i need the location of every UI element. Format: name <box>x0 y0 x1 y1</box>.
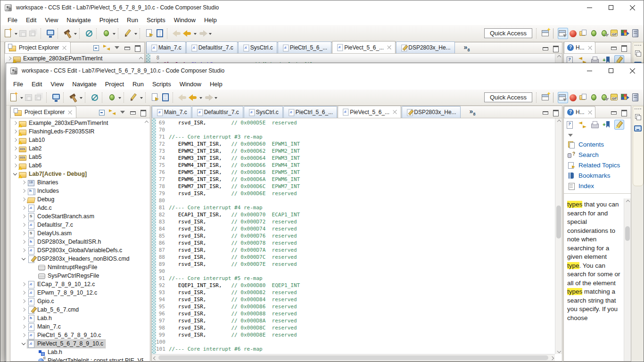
open-declaration-button[interactable] <box>151 92 160 103</box>
expand-arrow-icon[interactable] <box>22 189 25 193</box>
menu-item[interactable]: Scripts <box>148 81 175 88</box>
editor-horizontal-scrollbar[interactable] <box>152 354 555 361</box>
tree-item[interactable]: Adc.c <box>10 204 143 212</box>
title-bar[interactable]: workspace - CCS Edit - Lab7/PieVect_5_6_… <box>6 63 644 78</box>
tree-scroll-up-icon[interactable] <box>139 57 143 60</box>
restore-view-icon[interactable] <box>634 113 642 121</box>
tree-item[interactable]: NmiIntruptRegsFile <box>10 263 143 272</box>
forward-button[interactable] <box>198 28 207 39</box>
tree-item[interactable]: Example_2803xEPwmTimerInt <box>10 119 143 127</box>
editor-tab[interactable]: PieCtrl_5_6_... <box>278 41 331 53</box>
title-bar[interactable]: workspace - CCS Edit - Lab7/PieVect_5_6_… <box>0 0 644 15</box>
menu-item[interactable]: Run <box>123 16 142 24</box>
editor-tab[interactable]: DefaultIsr_7.c <box>186 41 238 53</box>
tree-item[interactable]: Debug <box>10 195 143 204</box>
target-config-button[interactable] <box>46 28 56 39</box>
editor-tab[interactable]: DSP2803x_He... <box>396 41 454 53</box>
show-source-button[interactable] <box>156 28 165 39</box>
menu-item[interactable]: Navigate <box>68 81 100 88</box>
tree-item[interactable]: Gpio.c <box>10 297 143 305</box>
grid-perspective-button[interactable] <box>620 28 630 39</box>
toolbar-separator[interactable] <box>145 92 149 103</box>
minimize-editor-icon[interactable] <box>542 109 549 115</box>
menu-item[interactable]: View <box>41 16 62 24</box>
expand-arrow-icon[interactable] <box>13 171 17 175</box>
expand-arrow-icon[interactable] <box>22 291 25 295</box>
tree-item[interactable]: DefaultIsr_7.c <box>10 221 143 229</box>
add-bookmark-icon[interactable] <box>603 120 611 129</box>
expand-arrow-icon[interactable] <box>13 155 17 159</box>
ccs-debug-perspective-button[interactable] <box>589 28 599 39</box>
maximize-view-icon[interactable] <box>621 45 627 50</box>
collapse-all-icon[interactable] <box>93 45 99 50</box>
expand-arrow-icon[interactable] <box>22 248 25 252</box>
new-breakpoint-button[interactable] <box>107 92 117 103</box>
open-perspective-button[interactable] <box>541 92 551 103</box>
minimize-view-icon[interactable] <box>611 109 617 115</box>
editor-tab[interactable]: PieVect_5_6_... <box>338 106 401 118</box>
maximize-editor-icon[interactable] <box>553 109 559 115</box>
menu-item[interactable]: File <box>9 81 27 88</box>
new-button[interactable] <box>9 92 19 103</box>
tree-item[interactable]: Main_7.c <box>10 322 143 331</box>
tree-item[interactable]: DSP2803x_GlobalVariableDefs.c <box>10 246 143 255</box>
toolbar-separator[interactable] <box>85 92 89 103</box>
toolbar-separator[interactable] <box>553 28 556 39</box>
editor-tab[interactable]: Main_7.c <box>152 106 191 118</box>
menu-item[interactable]: Scripts <box>142 16 170 24</box>
help-link[interactable]: Search <box>568 149 631 160</box>
close-view-icon[interactable] <box>62 46 66 50</box>
open-perspective-button[interactable] <box>541 28 551 39</box>
build-button[interactable] <box>63 28 73 39</box>
expand-arrow-icon[interactable] <box>8 57 11 60</box>
help-tab[interactable]: H... <box>564 106 595 118</box>
resource-perspective-button[interactable] <box>579 28 588 39</box>
scroll-left-icon[interactable] <box>153 356 157 360</box>
toolbar-separator[interactable] <box>553 92 556 103</box>
tree-item[interactable]: PieVectTableInit : const struct PIE_VE <box>10 356 143 361</box>
tree-item[interactable]: DelayUs.asm <box>10 229 143 238</box>
expand-arrow-icon[interactable] <box>22 316 25 320</box>
grid-perspective-button[interactable] <box>620 92 630 103</box>
expand-arrow-icon[interactable] <box>13 164 17 167</box>
expand-arrow-icon[interactable] <box>22 325 25 329</box>
project-explorer-tab[interactable]: Project Explorer <box>5 41 71 53</box>
refresh-related-topics-icon[interactable] <box>578 120 587 129</box>
simple-perspective-button[interactable] <box>569 28 578 39</box>
help-link[interactable]: Related Topics <box>568 160 631 170</box>
menu-item[interactable]: Window <box>170 16 200 24</box>
tab-overflow-chevron[interactable]: »8 <box>464 43 470 52</box>
minimize-editor-icon[interactable] <box>542 45 549 51</box>
tree-item[interactable]: DSP2803x_DefaultISR.h <box>10 238 143 246</box>
menu-item[interactable]: Edit <box>22 16 41 24</box>
scroll-up-icon[interactable] <box>557 119 561 123</box>
view-menu-icon[interactable] <box>119 109 126 115</box>
maximize-button[interactable] <box>600 0 622 15</box>
help-link[interactable]: Bookmarks <box>568 170 631 181</box>
show-source-button[interactable] <box>161 92 171 103</box>
menu-item[interactable]: Run <box>128 81 148 88</box>
close-button[interactable] <box>622 63 644 78</box>
forward-button[interactable] <box>204 92 213 103</box>
link-with-editor-icon[interactable] <box>109 109 116 115</box>
expand-arrow-icon[interactable] <box>22 341 25 345</box>
menu-item[interactable]: Project <box>101 81 128 88</box>
tree-item[interactable]: PieCtrl_5_6_7_8_9_10.c <box>10 331 143 339</box>
quick-access-button[interactable]: Quick Access <box>484 92 532 102</box>
debug-launch-button[interactable] <box>91 92 100 103</box>
tree-item[interactable]: Lab2 <box>10 144 143 153</box>
minimize-view-icon[interactable] <box>130 109 136 115</box>
close-tab-icon[interactable] <box>387 45 391 49</box>
menu-item[interactable]: Window <box>175 81 206 88</box>
help-menu-chevron-icon[interactable] <box>564 130 631 136</box>
tree-item[interactable]: Lab.h <box>10 348 143 356</box>
drag-handle-icon[interactable] <box>635 108 636 109</box>
menu-item[interactable]: View <box>46 81 68 88</box>
expand-arrow-icon[interactable] <box>22 223 25 227</box>
save-button[interactable] <box>19 28 28 39</box>
menu-item[interactable]: Project <box>95 16 123 24</box>
expand-arrow-icon[interactable] <box>22 197 25 201</box>
ccs-edit-perspective-button[interactable] <box>558 28 568 39</box>
expand-arrow-icon[interactable] <box>22 206 25 210</box>
expand-arrow-icon[interactable] <box>13 130 17 133</box>
